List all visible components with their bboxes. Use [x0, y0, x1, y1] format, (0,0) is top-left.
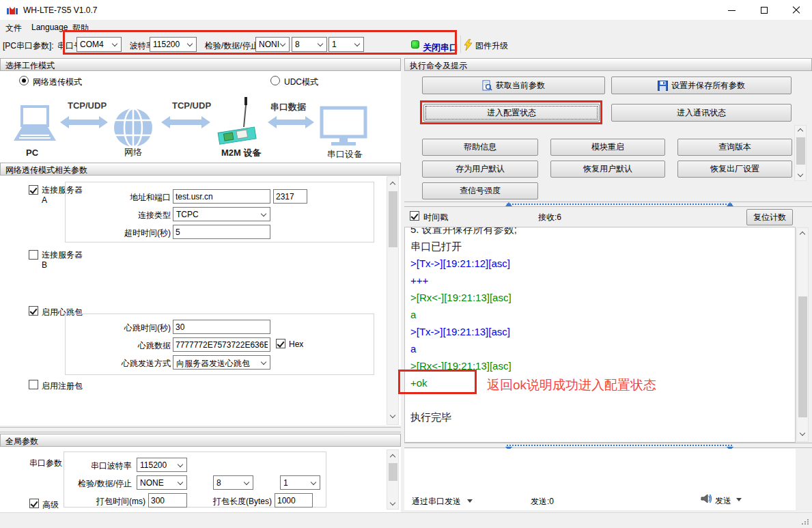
g-stopbits-select[interactable]: 1 [280, 475, 320, 490]
server-port-input[interactable] [273, 189, 307, 204]
reset-count-button[interactable]: 复位计数 [746, 209, 793, 225]
log-line: +++ [410, 272, 795, 289]
serial-node-label: 串口设备 [327, 148, 363, 161]
pack-time-input[interactable] [148, 493, 187, 508]
timeout-input[interactable] [173, 225, 270, 239]
g-databits-select[interactable]: 8 [213, 475, 253, 490]
pack-len-label: 打包长度(Bytes) [204, 496, 272, 508]
doc-magnifier-icon [482, 80, 492, 91]
menu-file[interactable]: 文件 [5, 23, 22, 34]
get-params-label: 获取当前参数 [496, 80, 545, 92]
link-pc-net-label: TCP/UDP [68, 100, 107, 111]
toolbar-separator [460, 36, 461, 53]
timeout-label: 超时时间(秒) [68, 227, 171, 239]
send-label: 发送 [715, 495, 731, 507]
net-mode-radio[interactable] [19, 76, 29, 85]
signal-strength-button[interactable]: 查信号强度 [422, 182, 538, 199]
register-checkbox[interactable] [29, 380, 38, 389]
splitter-handle[interactable] [507, 204, 732, 205]
scrollbar-thumb[interactable] [798, 296, 807, 417]
send-via-dropdown[interactable]: 通过串口发送 [412, 496, 461, 508]
set-save-params-label: 设置并保存所有参数 [671, 80, 745, 92]
log-line: 串口已打开 [410, 238, 795, 255]
left-splitter[interactable] [0, 427, 401, 432]
log-scrollbar[interactable] [796, 227, 809, 442]
server-b-label: 连接服务器 B [42, 250, 88, 270]
hex-checkbox[interactable] [276, 339, 285, 348]
splitter-handle[interactable] [507, 445, 732, 446]
ok-annotation: 返回ok说明成功进入配置状态 [487, 376, 656, 394]
work-mode-header: 选择工作模式 [0, 58, 401, 71]
factory-reset-label: 恢复出厂设置 [710, 163, 759, 175]
net-params-scrollbar[interactable] [387, 176, 399, 425]
pc-node-label: PC [26, 148, 38, 158]
log-line: 5. 设置并保存所有参数; [410, 227, 795, 238]
g-parity-select[interactable]: NONE [137, 475, 187, 490]
register-label: 启用注册包 [42, 380, 83, 392]
g-baud-select[interactable]: 115200 [137, 458, 187, 472]
chevron-down-icon [261, 359, 266, 365]
help-info-button[interactable]: 帮助信息 [422, 139, 538, 156]
command-scrollbar[interactable] [794, 125, 807, 181]
send-button[interactable]: 发送 [701, 492, 776, 507]
scrollbar-thumb[interactable] [389, 191, 397, 247]
hb-data-label: 心跳数据 [68, 340, 171, 352]
enter-comm-button[interactable]: 进入通讯状态 [611, 104, 792, 122]
net-params-area: 连接服务器 A 地址和端口 连接类型 TCPC 超时时间(秒) 连接服务器 B … [0, 176, 401, 426]
get-params-button[interactable]: 获取当前参数 [422, 77, 605, 94]
log-top-splitter[interactable] [404, 202, 812, 207]
enter-comm-label: 进入通讯状态 [677, 107, 726, 119]
hb-time-input[interactable] [173, 320, 270, 334]
scroll-up-icon [798, 128, 803, 134]
serial-device-monitor-icon [320, 106, 367, 147]
enter-config-highlight-box [420, 100, 602, 124]
hb-mode-select[interactable]: 向服务器发送心跳包 [173, 355, 270, 370]
scrollbar-thumb[interactable] [389, 463, 397, 481]
server-a-checkbox[interactable] [29, 185, 38, 195]
g-baud-label: 串口波特率 [64, 460, 132, 472]
pack-time-label: 打包时间(ms) [77, 496, 145, 508]
set-save-params-button[interactable]: 设置并保存所有参数 [611, 77, 792, 94]
send-via-label: 通过串口发送 [412, 497, 461, 506]
pack-len-input[interactable] [275, 493, 313, 508]
log-bottom-splitter[interactable] [404, 443, 812, 448]
restore-user-default-button[interactable]: 恢复用户默认 [550, 161, 665, 178]
log-line: 执行完毕 [410, 408, 795, 426]
scrollbar-thumb[interactable] [796, 137, 805, 165]
scroll-up-icon [800, 232, 805, 237]
work-mode-area: 网络透传模式 UDC模式 TCP/UDP TCP/UDP 串口数据 [0, 71, 401, 163]
close-button[interactable] [780, 0, 812, 20]
global-params-scrollbar[interactable] [387, 449, 399, 510]
net-params-header: 网络透传模式相关参数 [0, 163, 401, 176]
addr-port-label: 地址和端口 [68, 192, 171, 204]
server-addr-input[interactable] [173, 189, 270, 204]
hb-data-input[interactable] [173, 337, 270, 352]
factory-reset-button[interactable]: 恢复出厂设置 [677, 161, 792, 178]
chevron-down-icon [311, 480, 316, 485]
udc-mode-label[interactable]: UDC模式 [284, 77, 318, 88]
resize-grip[interactable] [802, 519, 810, 526]
m2m-node-label: M2M 设备 [221, 147, 262, 159]
maximize-button[interactable] [748, 0, 780, 20]
save-user-default-label: 存为用户默认 [456, 163, 505, 175]
global-params-area: 串口参数 串口波特率 115200 检验/数据/停止 NONE 8 1 打包时间… [0, 447, 401, 512]
log-area[interactable]: 5. 设置并保存所有参数; 串口已打开 >[Tx->][19:21:12][as… [404, 227, 796, 443]
horn-icon [701, 493, 712, 504]
save-user-default-button[interactable]: 存为用户默认 [422, 161, 538, 178]
query-version-button[interactable]: 查询版本 [677, 139, 792, 156]
link-m2m-serial-label: 串口数据 [270, 101, 306, 113]
chevron-down-icon [178, 480, 183, 485]
heartbeat-checkbox[interactable] [29, 306, 38, 316]
udc-mode-radio[interactable] [270, 76, 280, 85]
net-mode-label[interactable]: 网络透传模式 [33, 77, 82, 88]
conn-type-select[interactable]: TCPC [173, 207, 270, 221]
query-version-label: 查询版本 [718, 141, 751, 153]
firmware-upgrade-button[interactable]: 固件升级 [464, 37, 507, 53]
advanced-checkbox[interactable] [29, 499, 39, 508]
scroll-up-icon [390, 182, 395, 187]
minimize-button[interactable] [716, 0, 748, 20]
server-b-checkbox[interactable] [29, 250, 38, 260]
help-info-label: 帮助信息 [464, 141, 496, 153]
module-restart-button[interactable]: 模块重启 [550, 139, 665, 156]
timestamp-checkbox[interactable] [410, 211, 419, 221]
